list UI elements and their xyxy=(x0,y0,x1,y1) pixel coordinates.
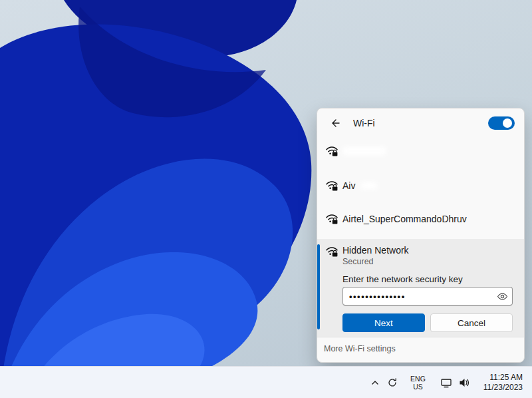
redacted-ssid-suffix xyxy=(360,182,378,190)
redacted-ssid xyxy=(342,146,386,156)
cancel-button[interactable]: Cancel xyxy=(430,313,513,332)
language-region: US xyxy=(410,383,426,391)
chevron-up-icon xyxy=(370,378,380,387)
network-name: Airtel_SuperCommandoDhruv xyxy=(342,214,467,224)
network-status: Secured xyxy=(342,256,409,267)
wifi-secured-icon xyxy=(325,212,338,226)
dialog-buttons: Next Cancel xyxy=(342,313,513,332)
network-item-3[interactable]: Airtel_SuperCommandoDhruv xyxy=(317,203,524,235)
clock-date: 11/23/2023 xyxy=(483,383,523,393)
wifi-panel-footer: More Wi-Fi settings xyxy=(317,337,524,363)
network-item-hidden-expanded: Hidden Network Secured Enter the network… xyxy=(317,239,524,337)
panel-title: Wi-Fi xyxy=(353,118,375,128)
language-code: ENG xyxy=(410,375,426,383)
tray-sync-button[interactable] xyxy=(384,373,401,393)
password-reveal-icon[interactable] xyxy=(497,292,508,301)
wifi-toggle[interactable] xyxy=(488,116,515,130)
wifi-secured-icon xyxy=(325,179,338,192)
sync-icon xyxy=(387,377,398,388)
wifi-secured-icon xyxy=(325,144,338,158)
taskbar-clock[interactable]: 11:25 AM 11/23/2023 xyxy=(481,371,525,394)
selection-accent-bar xyxy=(317,244,320,329)
network-item-2[interactable]: Aiv xyxy=(317,170,524,202)
password-field-wrap xyxy=(342,287,513,305)
wifi-toggle-knob xyxy=(503,118,512,128)
network-item-1[interactable] xyxy=(317,135,524,167)
network-name: Aiv xyxy=(342,180,355,191)
more-wifi-settings-link[interactable]: More Wi-Fi settings xyxy=(324,344,396,353)
hidden-network-text: Hidden Network Secured xyxy=(342,245,409,267)
language-indicator[interactable]: ENG US xyxy=(406,373,430,393)
hidden-network-row[interactable]: Hidden Network Secured xyxy=(325,245,409,267)
taskbar: ENG US 11:25 AM 11/23/2023 xyxy=(0,366,532,398)
wifi-panel-header: Wi-Fi xyxy=(317,108,524,138)
quick-settings-button[interactable] xyxy=(435,373,475,392)
network-name: Hidden Network xyxy=(342,245,409,256)
next-button[interactable]: Next xyxy=(342,313,425,332)
network-icon xyxy=(440,377,452,389)
back-button[interactable] xyxy=(327,114,344,132)
clock-time: 11:25 AM xyxy=(483,373,523,383)
wifi-flyout-panel: Wi-Fi Aiv xyxy=(317,108,525,363)
tray-chevron-button[interactable] xyxy=(366,373,384,393)
wifi-secured-icon xyxy=(325,245,338,258)
security-key-prompt: Enter the network security key xyxy=(342,274,463,284)
back-arrow-icon xyxy=(330,118,340,128)
password-input[interactable] xyxy=(342,287,513,305)
desktop: Wi-Fi Aiv xyxy=(0,0,532,398)
speaker-icon xyxy=(458,377,470,389)
